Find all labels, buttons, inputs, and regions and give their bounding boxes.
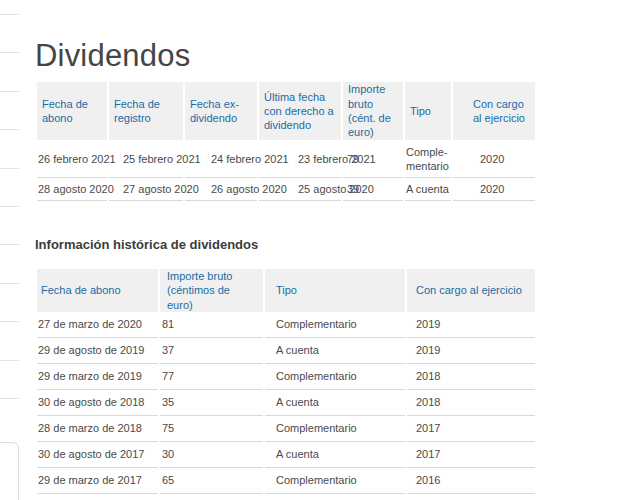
header-importe-bruto: Importe bruto (céntimos de euro)	[160, 269, 263, 312]
table-cell: 29 de marzo de 2019	[37, 364, 158, 390]
header-fecha-abono: Fecha de abono	[37, 269, 158, 312]
header-tipo: Tipo	[265, 269, 405, 312]
table-row: 30 de agosto de 2018 35 A cuenta 2018	[37, 390, 535, 416]
table-cell: 28 de marzo de 2018	[37, 416, 158, 442]
table-cell: 2018	[407, 390, 535, 416]
table-cell: A cuenta	[265, 442, 405, 468]
table-cell: 27 de marzo de 2020	[37, 312, 158, 338]
table-cell: A cuenta	[405, 178, 451, 201]
table-cell: 30	[160, 442, 263, 468]
table-row: 29 de agosto de 2016 25 A cuenta 2016	[37, 494, 535, 500]
table-cell: 77	[160, 364, 263, 390]
table-cell: Complementario	[265, 364, 405, 390]
table-cell: 2020	[453, 178, 535, 201]
table-cell: A cuenta	[265, 390, 405, 416]
table-cell: 2019	[407, 312, 535, 338]
left-page-artifact-lines	[0, 14, 19, 400]
table-cell: 75	[160, 416, 263, 442]
table-cell: 29 de agosto de 2016	[37, 494, 158, 500]
table-row: 29 de agosto de 2019 37 A cuenta 2019	[37, 338, 535, 364]
table-cell: 2017	[407, 416, 535, 442]
table-cell: Complementario	[265, 312, 405, 338]
table-cell: A cuenta	[265, 494, 405, 500]
table-cell: 65	[160, 468, 263, 494]
table-cell: 30 de agosto de 2017	[37, 442, 158, 468]
table-cell: 37	[160, 338, 263, 364]
table-row: 28 de marzo de 2018 75 Complementario 20…	[37, 416, 535, 442]
table-cell: 29 de marzo de 2017	[37, 468, 158, 494]
left-page-artifact-panel	[0, 442, 19, 500]
table-cell: 28 agosto 2020	[37, 178, 107, 201]
table-cell: 25 febrero 2021	[109, 140, 183, 178]
table-row: 29 de marzo de 2017 65 Complementario 20…	[37, 468, 535, 494]
table-cell: 29 de agosto de 2019	[37, 338, 158, 364]
table-cell: 27 agosto 2020	[109, 178, 183, 201]
table-cell: 25	[160, 494, 263, 500]
table-cell: 2016	[407, 494, 535, 500]
table-cell: 2018	[407, 364, 535, 390]
header-ultima-fecha: Última fecha con derecho a dividendo	[259, 82, 341, 140]
header-fecha-ex-dividendo: Fecha ex-dividendo	[185, 82, 257, 140]
header-tipo: Tipo	[405, 82, 451, 140]
table-cell: 2017	[407, 442, 535, 468]
header-fecha-registro: Fecha de registro	[109, 82, 183, 140]
table-cell: Comple­mentario	[405, 140, 451, 178]
table-cell: 2020	[453, 140, 535, 178]
header-fecha-abono: Fecha de abono	[37, 82, 107, 140]
table-header-row: Fecha de abono Importe bruto (céntimos d…	[37, 269, 535, 312]
table-header-row: Fecha de abono Fecha de registro Fecha e…	[37, 82, 535, 140]
table-cell: 30 de agosto de 2018	[37, 390, 158, 416]
table-row: 30 de agosto de 2017 30 A cuenta 2017	[37, 442, 535, 468]
table-cell: 26 febrero 2021	[37, 140, 107, 178]
header-importe-bruto: Importe bruto (cént. de euro)	[343, 82, 403, 140]
header-con-cargo: Con cargo al ejercicio	[453, 82, 535, 140]
table-row: 27 de marzo de 2020 81 Complementario 20…	[37, 312, 535, 338]
table-cell: 81	[160, 312, 263, 338]
table-cell: Complementario	[265, 416, 405, 442]
page-title: Dividendos	[35, 37, 190, 74]
header-con-cargo: Con cargo al ejercicio	[407, 269, 535, 312]
historical-section-title: Información histórica de dividendos	[35, 237, 258, 252]
dividends-page: Dividendos Fecha de abono Fecha de regis…	[0, 0, 631, 500]
table-row: 29 de marzo de 2019 77 Complementario 20…	[37, 364, 535, 390]
table-cell: 35	[160, 390, 263, 416]
historical-dividends-table: Fecha de abono Importe bruto (céntimos d…	[35, 269, 537, 500]
table-cell: 2019	[407, 338, 535, 364]
table-cell: A cuenta	[265, 338, 405, 364]
table-row: 28 agosto 2020 27 agosto 2020 26 agosto …	[37, 178, 535, 201]
table-cell: Complementario	[265, 468, 405, 494]
dividends-table: Fecha de abono Fecha de registro Fecha e…	[35, 82, 537, 201]
table-cell: 2016	[407, 468, 535, 494]
table-row: 26 febrero 2021 25 febrero 2021 24 febre…	[37, 140, 535, 178]
